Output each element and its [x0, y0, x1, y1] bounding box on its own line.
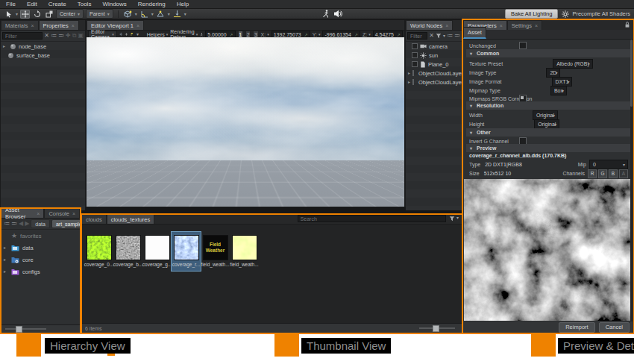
reimport-button[interactable]: Reimport	[559, 322, 594, 333]
tab-clouds[interactable]: clouds	[81, 214, 107, 224]
drop-to-ground-caret-icon[interactable]: ▾	[184, 12, 186, 16]
audio-mute-button[interactable]	[333, 10, 343, 19]
section-preview[interactable]: Preview	[466, 144, 630, 152]
menu-file[interactable]: File	[6, 1, 16, 7]
thumbnail-search-input[interactable]	[298, 215, 446, 222]
thumbnail-size-slider[interactable]	[419, 327, 455, 329]
collapse-list-icon[interactable]: ≕	[58, 33, 64, 39]
tab-world-nodes[interactable]: World Nodes	[406, 20, 453, 30]
expander-icon[interactable]	[3, 44, 7, 48]
slider-handle[interactable]	[433, 325, 439, 332]
visibility-toggle[interactable]	[412, 52, 418, 58]
node-row-sun[interactable]: sun	[406, 51, 462, 60]
filter-funnel-icon[interactable]	[436, 33, 442, 39]
viewport-flag-icon[interactable]	[131, 31, 134, 37]
add-icon[interactable]: ✚	[66, 33, 71, 39]
expander-icon[interactable]	[4, 269, 8, 274]
thumbnail-coverage-b[interactable]: coverage_b...	[113, 232, 142, 271]
thumbnail-coverage-r-selected[interactable]: coverage_r...	[172, 232, 201, 271]
delete-icon[interactable]: ▣	[78, 33, 84, 39]
slider-handle[interactable]	[16, 326, 22, 333]
material-row-node-base[interactable]: node_base	[1, 42, 85, 51]
close-icon[interactable]	[136, 23, 139, 28]
vertex-snap-button[interactable]	[156, 10, 166, 19]
channel-g-button[interactable]: G	[598, 169, 607, 178]
menu-edit[interactable]: Edit	[27, 1, 37, 7]
select-tool-caret-icon[interactable]: ▾	[16, 12, 18, 16]
tree-zoom-slider[interactable]	[5, 328, 46, 330]
clear-filter-icon[interactable]	[429, 33, 434, 39]
tab-clouds-textures[interactable]: clouds_textures	[107, 214, 155, 224]
drop-to-ground-button[interactable]	[172, 10, 182, 19]
scale-tool-button[interactable]	[44, 10, 54, 19]
unchanged-checkbox[interactable]	[519, 42, 527, 49]
select-tool-button[interactable]	[4, 10, 13, 19]
expander-icon[interactable]	[4, 245, 8, 250]
node-row-camera[interactable]: camera	[406, 42, 462, 51]
materials-filter-input[interactable]	[2, 32, 43, 40]
precompile-all-shaders-button[interactable]: Precompile All Shaders	[572, 10, 630, 17]
grid-snap-button[interactable]	[123, 10, 133, 19]
close-icon[interactable]	[31, 23, 34, 28]
rotate-tool-button[interactable]	[32, 10, 42, 19]
transform-gizmo[interactable]	[133, 166, 143, 174]
channel-b-button[interactable]: B	[609, 169, 618, 178]
filter-caret-icon[interactable]: ▾	[456, 216, 459, 220]
bake-settings-button[interactable]	[560, 10, 570, 19]
menu-windows[interactable]: Windows	[102, 1, 126, 7]
nav-forward-icon[interactable]: ▶	[25, 221, 29, 227]
duplicate-icon[interactable]: ⧉	[72, 33, 77, 39]
mip-dropdown[interactable]: 0	[589, 160, 628, 169]
close-icon[interactable]	[445, 23, 448, 28]
clear-filter-icon[interactable]	[44, 33, 49, 39]
coords-parent-dropdown[interactable]: Parent	[86, 9, 113, 19]
nav-back-icon[interactable]: ◀	[19, 221, 23, 227]
section-other[interactable]: Other	[466, 128, 630, 136]
viewport-flag-caret-icon[interactable]: ▾	[136, 32, 139, 37]
channel-a-button[interactable]: A	[619, 169, 628, 178]
world-nodes-filter-input[interactable]	[407, 32, 427, 40]
expander-icon[interactable]	[4, 257, 8, 262]
thumbnail-coverage-g[interactable]: coverage_g...	[142, 232, 172, 271]
helpers-dropdown[interactable]: Helpers	[147, 32, 169, 37]
expand-field-icon[interactable]	[304, 32, 308, 37]
visibility-toggle[interactable]	[412, 61, 418, 67]
filter-caret-icon[interactable]: ▾	[443, 34, 445, 38]
angle-snap-button[interactable]	[139, 10, 149, 19]
expand-field-icon[interactable]	[354, 32, 358, 37]
channel-r-button[interactable]: R	[588, 169, 597, 178]
collapse-all-icon[interactable]: ≕	[454, 33, 460, 39]
visibility-toggle[interactable]	[412, 79, 414, 85]
expand-all-icon[interactable]: ≔	[447, 33, 453, 39]
lock-icon[interactable]	[624, 21, 630, 28]
play-game-button[interactable]	[321, 10, 331, 19]
scrollbar-thumb[interactable]	[630, 40, 633, 107]
filter-funnel-icon[interactable]	[449, 216, 455, 222]
height-dropdown[interactable]: Original	[534, 119, 559, 129]
tab-settings[interactable]: Settings	[507, 20, 542, 30]
visibility-toggle[interactable]	[412, 43, 418, 49]
thumbnail-field-weather-1[interactable]: Field Weather field_weath...	[201, 232, 230, 271]
section-common[interactable]: Common	[466, 49, 630, 57]
tab-asset[interactable]: Asset	[463, 27, 486, 39]
section-resolution[interactable]: Resolution	[466, 101, 630, 110]
menu-tools[interactable]: Tools	[78, 1, 92, 7]
folder-row-configs[interactable]: configs	[1, 266, 80, 277]
expander-icon[interactable]	[408, 80, 410, 84]
material-row-surface-base[interactable]: surface_base	[1, 51, 85, 60]
folder-row-core[interactable]: core	[1, 254, 80, 266]
close-icon[interactable]	[72, 23, 75, 28]
node-row-cloudlayer-st[interactable]: ObjectCloudLayer_St	[406, 78, 462, 87]
cancel-button[interactable]: Cancel	[599, 322, 630, 333]
viewport-3d-view[interactable]	[87, 37, 404, 207]
expander-icon[interactable]	[408, 71, 410, 75]
collapse-tree-icon[interactable]: ≕	[11, 221, 17, 227]
close-icon[interactable]	[535, 23, 538, 28]
menu-rendering[interactable]: Rendering	[138, 1, 166, 7]
bake-all-lighting-button[interactable]: Bake All Lighting	[505, 9, 558, 19]
texture-preview-image[interactable]	[464, 179, 631, 321]
grid-snap-caret-icon[interactable]: ▾	[135, 12, 137, 16]
visibility-toggle[interactable]	[412, 70, 414, 76]
parameters-scrollbar[interactable]	[630, 40, 633, 321]
move-tool-button[interactable]	[20, 10, 30, 19]
